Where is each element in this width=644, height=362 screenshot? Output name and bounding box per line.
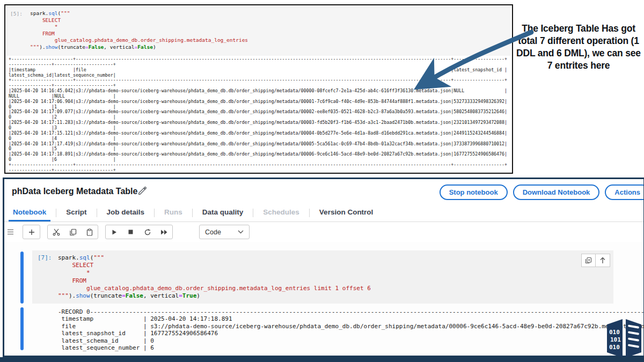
paste-cell-icon[interactable] bbox=[81, 225, 98, 239]
tab-separator bbox=[309, 209, 310, 217]
tab-data-quality[interactable]: Data quality bbox=[200, 204, 246, 221]
screenshot-root: { "colors": { "navy": "#1c3a57", "arrow_… bbox=[0, 0, 644, 362]
actions-button[interactable]: Actions bbox=[605, 184, 644, 200]
notebook-toolbar: Code bbox=[4, 222, 643, 242]
tab-schedules[interactable]: Schedules bbox=[261, 204, 302, 221]
record-output: -RECORD 0-------------------------------… bbox=[58, 308, 643, 351]
tab-bar: Notebook Script Job details Runs Data qu… bbox=[4, 204, 643, 222]
code-editor[interactable]: spark.sql(""" SELECT * FROM glue_catalog… bbox=[58, 254, 613, 300]
chevron-down-icon bbox=[238, 230, 244, 234]
page-title: phData Iceberg Metadata Table bbox=[12, 187, 137, 196]
tab-script[interactable]: Script bbox=[64, 204, 89, 221]
cut-cell-icon[interactable] bbox=[48, 225, 64, 239]
code-cell-7[interactable]: [7]: spark.sql(""" SELECT * FROM glue_ca… bbox=[32, 250, 613, 304]
annotation-arrow bbox=[412, 24, 535, 93]
collapse-handle-icon[interactable] bbox=[8, 230, 13, 235]
tab-separator bbox=[154, 209, 155, 217]
svg-text:010: 010 bbox=[609, 344, 620, 351]
add-cell-button[interactable] bbox=[23, 225, 40, 239]
tab-separator bbox=[97, 209, 97, 217]
phdata-logo: 010101010 bbox=[604, 317, 644, 360]
cell-type-value: Code bbox=[205, 228, 221, 236]
tab-separator bbox=[192, 209, 193, 217]
notebook-content: [7]: spark.sql(""" SELECT * FROM glue_ca… bbox=[4, 242, 643, 357]
tab-job-details[interactable]: Job details bbox=[105, 204, 147, 221]
edit-title-pencil-icon[interactable] bbox=[137, 186, 147, 196]
notebook-header: phData Iceberg Metadata Table Stop noteb… bbox=[4, 179, 643, 204]
run-cell-icon[interactable] bbox=[106, 225, 122, 239]
run-all-icon[interactable] bbox=[156, 225, 172, 239]
restart-kernel-icon[interactable] bbox=[139, 225, 156, 239]
header-actions: Stop notebook Download Notebook Actions bbox=[440, 184, 644, 200]
tab-notebook[interactable]: Notebook bbox=[11, 204, 48, 221]
bottom-border-bar bbox=[0, 357, 644, 362]
output-cell-indicator[interactable] bbox=[20, 307, 24, 350]
notebook-panel: phData Iceberg Metadata Table Stop noteb… bbox=[3, 178, 644, 357]
svg-text:010: 010 bbox=[609, 329, 620, 336]
svg-text:101: 101 bbox=[610, 336, 621, 343]
tab-separator bbox=[56, 209, 56, 217]
stop-kernel-icon[interactable] bbox=[122, 225, 139, 239]
cell-action-buttons bbox=[581, 254, 610, 267]
tab-separator bbox=[253, 209, 253, 217]
move-cell-up-icon[interactable] bbox=[596, 254, 610, 267]
download-notebook-button[interactable]: Download Notebook bbox=[513, 184, 600, 200]
cell-prompt: [5]: bbox=[10, 11, 23, 17]
cell-type-dropdown[interactable]: Code bbox=[199, 225, 250, 239]
tab-version-control[interactable]: Version Control bbox=[317, 204, 376, 221]
cell-prompt: [7]: bbox=[38, 254, 52, 261]
copy-cell-icon[interactable] bbox=[64, 225, 81, 239]
stop-notebook-button[interactable]: Stop notebook bbox=[440, 184, 508, 200]
tab-runs[interactable]: Runs bbox=[162, 204, 185, 221]
duplicate-cell-icon[interactable] bbox=[581, 254, 596, 267]
active-cell-indicator[interactable] bbox=[20, 252, 24, 304]
